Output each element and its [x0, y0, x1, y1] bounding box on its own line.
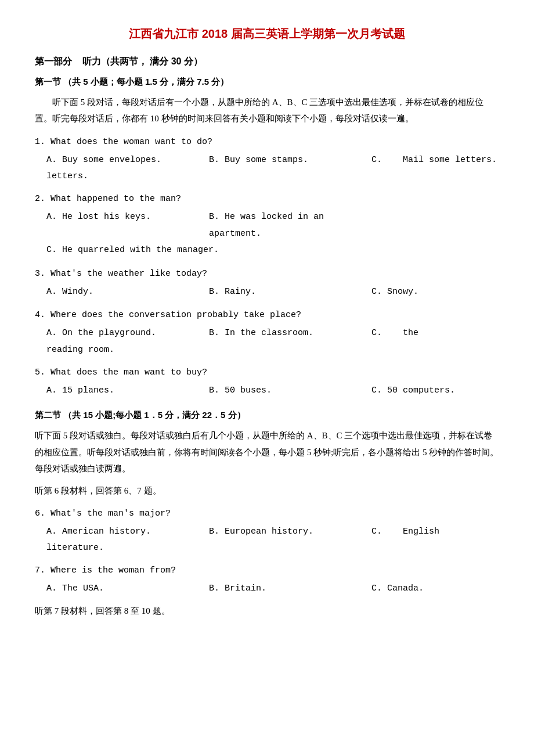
question-1: 1. What does the woman want to do? [35, 134, 499, 150]
question-6-options: A. American history. B. European history… [46, 524, 499, 541]
question-4-options: A. On the playground. B. In the classroo… [46, 325, 499, 342]
listen6-label: 听第 6 段材料，回答第 6、7 题。 [35, 483, 499, 499]
question-3-options: A. Windy. B. Rainy. C. Snowy. [46, 284, 499, 301]
q3-option-a: A. Windy. [46, 284, 209, 301]
q6-option-c-wrap: literature. [46, 540, 499, 556]
q4-option-a: A. On the playground. [46, 325, 209, 342]
q4-option-c-wrap: reading room. [46, 342, 499, 358]
q5-option-b: B. 50 buses. [209, 383, 371, 399]
question-5-options: A. 15 planes. B. 50 buses. C. 50 compute… [46, 383, 499, 399]
q1-option-b: B. Buy some stamps. [209, 152, 371, 169]
question-1-options: A. Buy some envelopes. B. Buy some stamp… [46, 152, 499, 169]
q4-option-b: B. In the classroom. [209, 325, 371, 342]
q7-option-b: B. Britain. [209, 581, 371, 597]
q5-option-a: A. 15 planes. [46, 383, 209, 399]
section2-instruction: 听下面 5 段对话或独白。每段对话或独白后有几个小题，从题中所给的 A、B、C … [35, 427, 499, 477]
section2-header: 第二节 （共 15 小题;每小题 1．5 分，满分 22．5 分） [35, 407, 499, 423]
question-5: 5. What does the man want to buy? [35, 365, 499, 380]
section1-instruction: 听下面 5 段对话，每段对话后有一个小题，从题中所给的 A、B、C 三选项中选出… [35, 94, 499, 127]
question-3: 3. What's the weather like today? [35, 266, 499, 282]
page-title: 江西省九江市 2018 届高三英语上学期第一次月考试题 [35, 23, 499, 44]
q2-option-a: A. He lost his keys. [46, 209, 209, 242]
question-2-option-c: C. He quarreled with the manager. [46, 242, 499, 259]
q2-option-b: B. He was locked in an apartment. [209, 209, 371, 242]
q2-option-c: C. He quarreled with the manager. [46, 242, 219, 259]
q1-option-a: A. Buy some envelopes. [46, 152, 209, 169]
section1-header: 第一节 （共 5 小题；每小题 1.5 分，满分 7.5 分） [35, 74, 499, 89]
q3-option-b: B. Rainy. [209, 284, 371, 301]
question-2-options: A. He lost his keys. B. He was locked in… [46, 209, 499, 242]
question-7: 7. Where is the woman from? [35, 563, 499, 578]
part1-header: 第一部分 听力（共两节， 满分 30 分） [35, 53, 499, 70]
q6-option-a: A. American history. [46, 524, 209, 541]
q4-option-c: C. the [371, 325, 499, 342]
question-7-options: A. The USA. B. Britain. C. Canada. [46, 581, 499, 597]
q6-option-b: B. European history. [209, 524, 371, 541]
listen7-label: 听第 7 段材料，回答第 8 至 10 题。 [35, 603, 499, 619]
q6-option-c: C. English [371, 524, 499, 541]
question-4: 4. Where does the conversation probably … [35, 307, 499, 323]
question-2: 2. What happened to the man? [35, 191, 499, 207]
q5-option-c: C. 50 computers. [371, 383, 499, 399]
question-6: 6. What's the man's major? [35, 506, 499, 521]
q1-option-c: C. Mail some letters. [371, 152, 499, 169]
q3-option-c: C. Snowy. [371, 284, 499, 301]
q1-option-c-wrap: letters. [46, 168, 499, 184]
q7-option-c: C. Canada. [371, 581, 499, 597]
q7-option-a: A. The USA. [46, 581, 209, 597]
